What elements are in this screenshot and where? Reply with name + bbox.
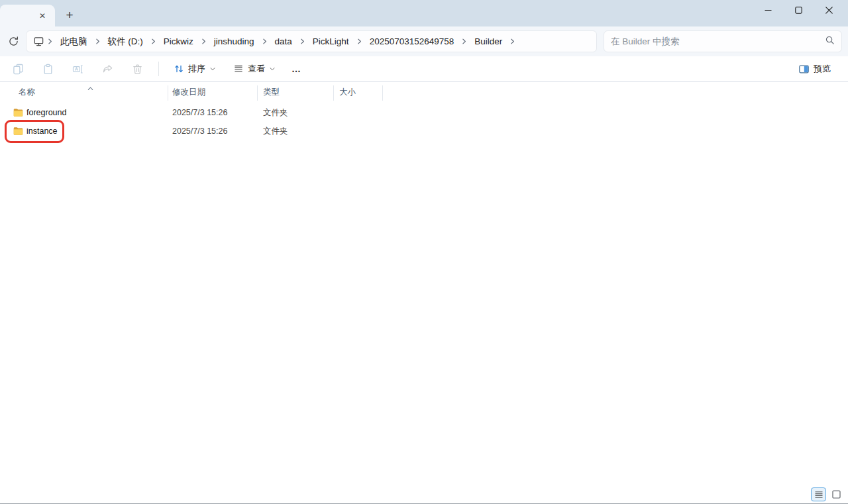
minimize-icon xyxy=(765,7,772,14)
large-icons-view-button[interactable] xyxy=(829,487,844,501)
close-icon xyxy=(825,7,833,14)
chevron-down-icon xyxy=(269,66,276,72)
breadcrumb-item[interactable]: 此电脑 xyxy=(54,31,93,52)
view-lines-icon xyxy=(233,64,244,74)
status-bar xyxy=(0,487,848,503)
details-view-icon xyxy=(814,491,823,499)
chevron-right-icon xyxy=(200,38,207,45)
breadcrumb-item[interactable]: 软件 (D:) xyxy=(102,31,149,52)
breadcrumb-item[interactable]: 20250703152649758 xyxy=(364,31,460,52)
tab-bar: ✕ + xyxy=(0,0,848,26)
rename-icon xyxy=(72,64,83,75)
column-header-modified[interactable]: 修改日期 xyxy=(168,82,258,103)
paste-icon xyxy=(42,64,54,75)
paste-button[interactable] xyxy=(36,59,60,79)
file-name: instance xyxy=(26,126,58,136)
preview-pane-icon xyxy=(798,64,810,75)
copy-icon xyxy=(13,64,24,75)
chevron-right-icon xyxy=(460,38,468,45)
file-type: 文件夹 xyxy=(258,126,334,137)
refresh-icon xyxy=(8,36,19,47)
column-header-type[interactable]: 类型 xyxy=(258,82,334,103)
chevron-right-icon xyxy=(150,38,157,45)
chevron-right-icon xyxy=(46,38,54,45)
rename-button[interactable] xyxy=(66,59,89,79)
delete-button[interactable] xyxy=(125,59,149,79)
file-modified: 2025/7/3 15:26 xyxy=(168,126,258,136)
large-icons-view-icon xyxy=(832,490,841,499)
file-name-cell: foreground xyxy=(0,108,168,117)
chevron-right-icon xyxy=(509,38,516,45)
search-box[interactable] xyxy=(604,30,842,52)
chevron-down-icon xyxy=(209,66,216,72)
tab-close-icon[interactable]: ✕ xyxy=(36,10,48,22)
details-view-button[interactable] xyxy=(811,487,826,501)
explorer-tab[interactable]: ✕ xyxy=(0,5,55,26)
file-modified: 2025/7/3 15:26 xyxy=(168,108,258,117)
file-row[interactable]: instance2025/7/3 15:26文件夹 xyxy=(0,122,848,140)
this-pc-icon xyxy=(33,36,44,47)
command-toolbar: 排序 查看 … 预览 xyxy=(0,56,848,82)
file-name: foreground xyxy=(26,108,66,117)
chevron-right-icon xyxy=(299,38,306,45)
view-toggles xyxy=(811,487,844,501)
close-button[interactable] xyxy=(814,0,844,20)
preview-button[interactable]: 预览 xyxy=(792,59,837,79)
file-type: 文件夹 xyxy=(258,107,334,119)
breadcrumb-item[interactable]: PickLight xyxy=(307,31,355,52)
share-button[interactable] xyxy=(95,59,119,79)
search-input[interactable] xyxy=(611,36,825,46)
folder-icon xyxy=(13,108,23,117)
address-bar[interactable]: 此电脑软件 (D:)PickwizjinshudingdataPickLight… xyxy=(26,30,597,52)
file-list: foreground2025/7/3 15:26文件夹instance2025/… xyxy=(0,103,848,140)
sort-arrows-icon xyxy=(174,64,184,74)
chevron-right-icon xyxy=(261,38,268,45)
copy-button[interactable] xyxy=(6,59,30,79)
view-button[interactable]: 查看 xyxy=(227,59,282,79)
breadcrumb: 此电脑软件 (D:)PickwizjinshudingdataPickLight… xyxy=(46,31,517,52)
file-row[interactable]: foreground2025/7/3 15:26文件夹 xyxy=(0,103,848,122)
view-label: 查看 xyxy=(248,63,265,75)
window-controls xyxy=(753,0,844,20)
maximize-button[interactable] xyxy=(783,0,814,20)
breadcrumb-item[interactable]: Pickwiz xyxy=(158,31,199,52)
folder-icon xyxy=(13,126,23,136)
breadcrumb-item[interactable]: Builder xyxy=(468,31,508,52)
breadcrumb-item[interactable]: data xyxy=(269,31,298,52)
sort-button[interactable]: 排序 xyxy=(167,59,223,79)
file-explorer-window: ✕ + xyxy=(0,0,848,504)
column-header-row: 名称 修改日期 类型 大小 xyxy=(0,82,848,103)
search-icon xyxy=(825,35,835,48)
file-name-cell: instance xyxy=(0,126,168,136)
maximize-icon xyxy=(795,7,802,14)
delete-icon xyxy=(132,64,143,75)
share-icon xyxy=(102,64,113,75)
chevron-right-icon xyxy=(356,38,363,45)
minimize-button[interactable] xyxy=(753,0,783,20)
toolbar-divider xyxy=(158,62,159,76)
sort-label: 排序 xyxy=(188,63,205,75)
refresh-button[interactable] xyxy=(3,32,23,52)
new-tab-button[interactable]: + xyxy=(62,7,78,23)
navigation-bar: 此电脑软件 (D:)PickwizjinshudingdataPickLight… xyxy=(0,26,848,56)
column-header-size[interactable]: 大小 xyxy=(334,82,383,103)
preview-label: 预览 xyxy=(814,63,831,75)
chevron-right-icon xyxy=(94,38,101,45)
breadcrumb-item[interactable]: jinshuding xyxy=(208,31,260,52)
more-options-button[interactable]: … xyxy=(282,59,311,79)
column-header-name[interactable]: 名称 xyxy=(0,82,168,103)
